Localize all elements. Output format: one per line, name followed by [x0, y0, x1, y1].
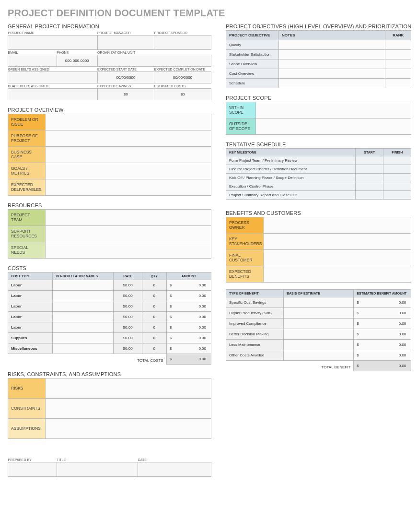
- overview-field[interactable]: [46, 179, 211, 196]
- schedule-header: START: [356, 149, 383, 156]
- page-title: PROJECT DEFINITION DOCUMENT TEMPLATE: [8, 8, 409, 19]
- rate-field[interactable]: $0.00: [114, 343, 142, 354]
- amount-field: $0.00: [166, 333, 211, 343]
- milestone-finish[interactable]: [383, 165, 411, 174]
- amount-field: $0.00: [166, 322, 211, 333]
- within-scope-label: WITHIN SCOPE: [226, 102, 256, 118]
- savings-field[interactable]: $0: [97, 89, 154, 100]
- objective-rank[interactable]: [385, 69, 411, 79]
- benefit-basis[interactable]: [284, 350, 354, 361]
- milestone-finish[interactable]: [383, 191, 411, 200]
- start-date-field[interactable]: 00/00/0000: [97, 72, 154, 83]
- objective-rank[interactable]: [385, 59, 411, 69]
- benefit-type: Other Costs Avoided: [226, 350, 284, 361]
- objective-notes[interactable]: [279, 79, 385, 88]
- overview-field[interactable]: [46, 147, 211, 163]
- rate-field[interactable]: $0.00: [114, 312, 142, 322]
- qty-field[interactable]: 0: [142, 312, 166, 322]
- milestone-start[interactable]: [356, 165, 383, 174]
- end-date-label: EXPECTED COMPLETION DATE: [154, 67, 211, 72]
- assumptions-field[interactable]: [46, 419, 211, 439]
- vendor-field[interactable]: [53, 291, 114, 301]
- schedule-header: KEY MILESTONE: [226, 149, 356, 156]
- benefits-field[interactable]: [264, 266, 411, 283]
- benefits-field[interactable]: [264, 250, 411, 266]
- within-scope-field[interactable]: [256, 102, 411, 118]
- benefits-field[interactable]: [264, 217, 411, 234]
- benefit-basis[interactable]: [284, 329, 354, 340]
- vendor-field[interactable]: [53, 280, 114, 291]
- qty-field[interactable]: 0: [142, 322, 166, 333]
- org-unit-field[interactable]: [97, 55, 211, 67]
- project-sponsor-field[interactable]: [154, 35, 211, 50]
- benefits-field[interactable]: [264, 234, 411, 250]
- milestone-start[interactable]: [356, 191, 383, 200]
- prepared-by-field[interactable]: [8, 462, 57, 476]
- objective-rank[interactable]: [385, 79, 411, 88]
- milestone-start[interactable]: [356, 156, 383, 165]
- resources-field[interactable]: [46, 210, 211, 226]
- milestone-finish[interactable]: [383, 182, 411, 191]
- objective-notes[interactable]: [279, 40, 385, 50]
- risks-field[interactable]: [46, 378, 211, 399]
- overview-field[interactable]: [46, 163, 211, 179]
- amount-field: $0.00: [166, 280, 211, 291]
- costs-field[interactable]: $0: [154, 89, 211, 100]
- constraints-field[interactable]: [46, 399, 211, 419]
- objective-notes[interactable]: [279, 59, 385, 69]
- benefit-basis[interactable]: [284, 319, 354, 329]
- date-field[interactable]: [138, 462, 211, 476]
- overview-field[interactable]: [46, 130, 211, 147]
- objective-notes[interactable]: [279, 50, 385, 59]
- outside-scope-field[interactable]: [256, 118, 411, 135]
- qty-field[interactable]: 0: [142, 343, 166, 354]
- vendor-field[interactable]: [53, 343, 114, 354]
- resources-field[interactable]: [46, 242, 211, 259]
- vendor-field[interactable]: [53, 301, 114, 312]
- rate-field[interactable]: $0.00: [114, 301, 142, 312]
- green-belts-field[interactable]: [8, 72, 98, 83]
- objectives-table: PROJECT OBJECTIVE NOTES RANK QualityStak…: [226, 30, 411, 88]
- qty-field[interactable]: 0: [142, 280, 166, 291]
- rate-field[interactable]: $0.00: [114, 333, 142, 343]
- vendor-field[interactable]: [53, 322, 114, 333]
- objective-label: Quality: [226, 40, 279, 50]
- resources-field[interactable]: [46, 226, 211, 242]
- vendor-field[interactable]: [53, 312, 114, 322]
- costs-label: ESTIMATED COSTS: [154, 83, 211, 89]
- benefit-amount: $0.00: [354, 308, 411, 319]
- project-name-label: PROJECT NAME: [8, 30, 98, 35]
- qty-field[interactable]: 0: [142, 333, 166, 343]
- project-manager-field[interactable]: [97, 35, 154, 50]
- section-risks-title: RISKS, CONSTRAINTS, AND ASSUMPTIONS: [8, 371, 211, 377]
- title-field[interactable]: [57, 462, 138, 476]
- milestone: Kick Off / Planning Phase / Scope Defini…: [226, 174, 356, 182]
- objective-notes[interactable]: [279, 69, 385, 79]
- rate-field[interactable]: $0.00: [114, 280, 142, 291]
- benefit-basis[interactable]: [284, 308, 354, 319]
- milestone-start[interactable]: [356, 174, 383, 182]
- milestone-finish[interactable]: [383, 174, 411, 182]
- vendor-field[interactable]: [53, 333, 114, 343]
- rate-field[interactable]: $0.00: [114, 291, 142, 301]
- benefit-basis[interactable]: [284, 340, 354, 350]
- phone-field[interactable]: 000-000-0000: [57, 55, 97, 67]
- objective-rank[interactable]: [385, 50, 411, 59]
- overview-field[interactable]: [46, 114, 211, 130]
- objective-rank[interactable]: [385, 40, 411, 50]
- qty-field[interactable]: 0: [142, 291, 166, 301]
- qty-field[interactable]: 0: [142, 301, 166, 312]
- milestone-finish[interactable]: [383, 156, 411, 165]
- resources-label: SUPPORT RESOURCES: [8, 226, 46, 242]
- costs-header: RATE: [114, 272, 142, 280]
- end-date-field[interactable]: 00/00/0000: [154, 72, 211, 83]
- milestone-start[interactable]: [356, 182, 383, 191]
- email-field[interactable]: [8, 55, 57, 67]
- project-name-field[interactable]: [8, 35, 98, 50]
- email-label: EMAIL: [8, 50, 57, 55]
- black-belts-field[interactable]: [8, 89, 98, 100]
- scope-table: WITHIN SCOPE OUTSIDE OF SCOPE: [226, 102, 411, 135]
- benefit-basis[interactable]: [284, 297, 354, 308]
- rate-field[interactable]: $0.00: [114, 322, 142, 333]
- schedule-header: FINISH: [383, 149, 411, 156]
